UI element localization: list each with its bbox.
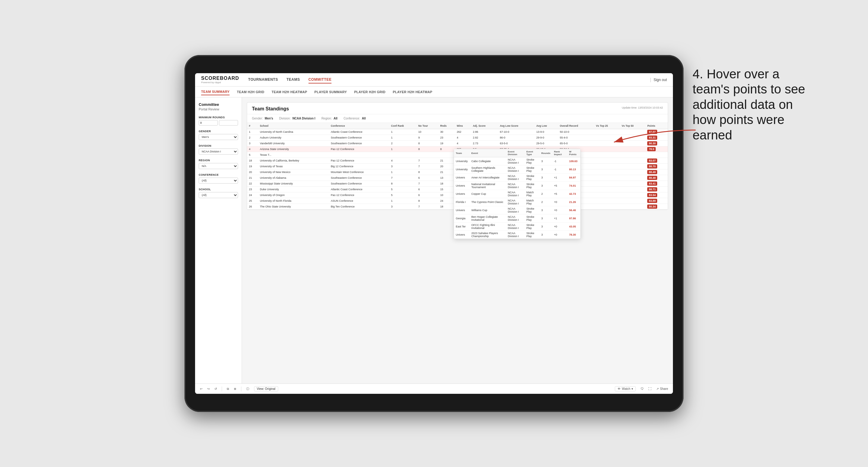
cell-avg-low: 29-5-0 bbox=[534, 141, 558, 146]
filter-division-display: Division: NCAA Division I bbox=[279, 117, 315, 120]
cell-school: University of New Mexico bbox=[258, 169, 329, 175]
sign-out-link[interactable]: Sign out bbox=[654, 78, 667, 82]
tt-col-w-points: W Points bbox=[567, 149, 580, 157]
min-rounds-input-2[interactable] bbox=[219, 120, 238, 126]
cell-points[interactable] bbox=[645, 152, 668, 158]
col-school: School bbox=[258, 123, 329, 129]
sub-nav-player-h2h-heatmap[interactable]: PLAYER H2H HEATMAP bbox=[393, 89, 433, 95]
cell-points[interactable]: 83.41 bbox=[645, 181, 668, 187]
cell-rnds: 24 bbox=[438, 198, 455, 204]
standings-area: Team Standings Update time: 13/03/2024 1… bbox=[247, 102, 668, 210]
tablet-shell: SCOREBOARD Powered by clippd TOURNAMENTS… bbox=[185, 55, 683, 412]
cell-points[interactable]: 83.07 bbox=[645, 158, 668, 164]
col-avg-low-score: Avg Low Score bbox=[498, 123, 535, 129]
cell-adj-score: 2.86 bbox=[471, 129, 498, 135]
paste-btn[interactable]: ⊕ bbox=[234, 387, 236, 391]
col-no-tour: No Tour bbox=[416, 123, 438, 129]
division-label: Division bbox=[199, 144, 238, 147]
annotation-text: 4. Hover over a team's points to see add… bbox=[692, 66, 807, 143]
division-select[interactable]: NCAA Division I bbox=[199, 149, 238, 155]
tt-col-event: Event bbox=[470, 149, 506, 157]
tt-w-points: 80.13 bbox=[567, 165, 580, 174]
region-select[interactable]: N/A bbox=[199, 163, 238, 169]
col-rnds: Rnds bbox=[438, 123, 455, 129]
expand-btn[interactable]: ⛶ bbox=[648, 387, 651, 391]
watch-btn[interactable]: 👁 Watch ▾ bbox=[615, 386, 636, 392]
cell-vs-top-50 bbox=[620, 158, 645, 164]
cell-overall-record: 65-5-0 bbox=[558, 141, 594, 146]
cell-school: Duke University bbox=[258, 187, 329, 192]
tt-event-type: Stroke Play bbox=[525, 165, 539, 174]
share-btn[interactable]: ↗ Share bbox=[656, 387, 668, 391]
nav-tournaments[interactable]: TOURNAMENTS bbox=[248, 76, 278, 84]
cell-vs-top-25 bbox=[594, 198, 620, 204]
tt-event: Cabo Collegiate bbox=[470, 157, 506, 165]
cell-vs-top-25 bbox=[594, 152, 620, 158]
cell-conf-rank: 5 bbox=[389, 187, 416, 192]
tt-event-type: Stroke Play bbox=[525, 206, 539, 210]
cell-rnds: 21 bbox=[438, 169, 455, 175]
min-rounds-input[interactable] bbox=[199, 120, 218, 126]
conference-label: Conference bbox=[199, 173, 238, 176]
sub-nav-player-summary[interactable]: PLAYER SUMMARY bbox=[314, 89, 347, 95]
cell-no-tour: 7 bbox=[416, 204, 438, 210]
tt-event: The Cypress Point Classic bbox=[470, 198, 506, 206]
cell-vs-top-25 bbox=[594, 169, 620, 175]
feedback-btn[interactable]: 🗨 bbox=[641, 387, 644, 391]
cell-points[interactable]: 88.71 bbox=[645, 187, 668, 192]
cell-points[interactable]: 80.34 bbox=[645, 204, 668, 210]
cell-rank: 22 bbox=[247, 181, 258, 187]
division-value: NCAA Division I bbox=[292, 117, 315, 120]
sub-nav-team-summary[interactable]: TEAM SUMMARY bbox=[201, 89, 229, 95]
cell-avg-low: 13-9-0 bbox=[534, 129, 558, 135]
cell-vs-top-25 bbox=[594, 204, 620, 210]
cell-rank: 5 bbox=[247, 152, 258, 158]
filter-gender: Gender Men's bbox=[199, 130, 238, 140]
tt-rounds: 3 bbox=[539, 157, 552, 165]
school-select[interactable]: (All) bbox=[199, 192, 238, 198]
tt-w-points: 56.46 bbox=[567, 206, 580, 210]
tt-col-rank-impact: Rank Impact bbox=[552, 149, 567, 157]
cell-rnds: 19 bbox=[438, 141, 455, 146]
tt-rank-impact: +1 bbox=[552, 174, 567, 182]
sidebar-title: Committee bbox=[199, 102, 238, 107]
gender-select[interactable]: Men's bbox=[199, 134, 238, 140]
cell-conf-rank: 8 bbox=[389, 181, 416, 187]
toolbar-right: 👁 Watch ▾ 🗨 ⛶ ↗ Share bbox=[615, 386, 668, 392]
sub-nav: TEAM SUMMARY TEAM H2H GRID TEAM H2H HEAT… bbox=[195, 87, 673, 97]
copy-btn[interactable]: ⧉ bbox=[227, 387, 229, 391]
tt-rounds: 3 bbox=[539, 174, 552, 182]
filter-division: Division NCAA Division I bbox=[199, 144, 238, 155]
undo-btn[interactable]: ↩ bbox=[200, 387, 202, 391]
tt-event-division: NCAA Division I bbox=[506, 174, 525, 182]
reset-btn[interactable]: ↺ bbox=[214, 387, 217, 391]
sub-nav-player-h2h-grid[interactable]: PLAYER H2H GRID bbox=[354, 89, 385, 95]
cell-conference bbox=[329, 152, 389, 158]
cell-rank: 2 bbox=[247, 135, 258, 141]
col-rank: # bbox=[247, 123, 258, 129]
info-btn[interactable]: ⓘ bbox=[246, 387, 249, 391]
redo-btn[interactable]: ↪ bbox=[207, 387, 210, 391]
logo-area: SCOREBOARD Powered by clippd bbox=[201, 75, 239, 84]
cell-points[interactable]: 83.54 bbox=[645, 192, 668, 198]
cell-no-tour bbox=[416, 152, 438, 158]
cell-no-tour: 9 bbox=[416, 135, 438, 141]
view-original-btn[interactable]: View: Original bbox=[254, 386, 278, 392]
nav-teams[interactable]: TEAMS bbox=[286, 76, 300, 84]
tooltip-row: Univers Amer Ari Intercollegiate NCAA Di… bbox=[454, 174, 580, 182]
sub-nav-team-h2h-grid[interactable]: TEAM H2H GRID bbox=[237, 89, 264, 95]
cell-vs-top-50 bbox=[620, 192, 645, 198]
cell-conference: Pac-12 Conference bbox=[329, 192, 389, 198]
cell-vs-top-25 bbox=[594, 164, 620, 169]
cell-points[interactable]: 83.89 bbox=[645, 198, 668, 204]
filter-conference: Conference (All) bbox=[199, 173, 238, 184]
nav-committee[interactable]: COMMITTEE bbox=[309, 76, 332, 84]
cell-conference: Atlantic Coast Conference bbox=[329, 187, 389, 192]
cell-points[interactable]: 88.48 bbox=[645, 175, 668, 181]
cell-school: Mississippi State University bbox=[258, 181, 329, 187]
cell-points[interactable]: 88.70 bbox=[645, 164, 668, 169]
cell-points[interactable]: 88.49 bbox=[645, 169, 668, 175]
cell-conference: Big 12 Conference bbox=[329, 164, 389, 169]
sub-nav-team-h2h-heatmap[interactable]: TEAM H2H HEATMAP bbox=[272, 89, 307, 95]
conference-select[interactable]: (All) bbox=[199, 178, 238, 184]
